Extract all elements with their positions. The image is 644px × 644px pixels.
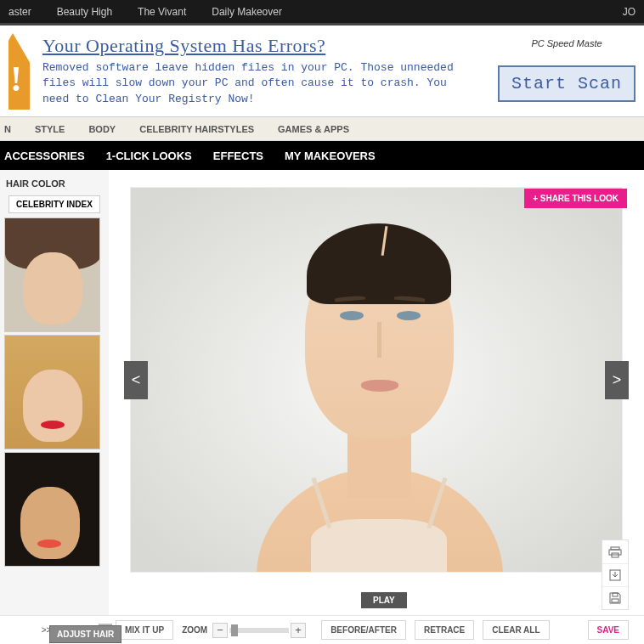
tab-effects[interactable]: EFFECTS: [213, 150, 263, 162]
nav-item-body[interactable]: BODY: [88, 124, 116, 134]
celebrity-index-button[interactable]: CELEBRITY INDEX: [8, 195, 100, 213]
ad-body: Removed software leave hidden files in y…: [42, 60, 467, 107]
svg-rect-4: [613, 593, 618, 596]
clear-all-button[interactable]: CLEAR ALL: [483, 620, 549, 640]
tool-icons: [602, 539, 629, 610]
canvas-area: < > + SHARE THIS LOOK PLAY: [109, 170, 644, 615]
nav-item-style[interactable]: STYLE: [35, 124, 65, 134]
nav-item[interactable]: N: [4, 124, 11, 134]
zoom-out-button[interactable]: −: [212, 623, 228, 638]
network-link-right[interactable]: JO: [623, 6, 636, 18]
celebrity-thumb[interactable]: [4, 452, 100, 567]
start-scan-button[interactable]: Start Scan: [498, 65, 636, 102]
warning-icon: !: [8, 33, 30, 110]
download-icon[interactable]: [602, 563, 628, 586]
ad-banner: ! Your Operating System Has Errors? Remo…: [0, 25, 644, 117]
adjust-hair-button[interactable]: ADJUST HAIR: [49, 625, 121, 643]
celebrity-thumb[interactable]: [4, 335, 100, 449]
retrace-button[interactable]: RETRACE: [415, 620, 474, 640]
network-link[interactable]: Daily Makeover: [212, 6, 282, 18]
zoom-label: ZOOM: [182, 625, 207, 635]
next-arrow[interactable]: >: [605, 361, 629, 399]
zoom-slider[interactable]: [229, 628, 289, 633]
tab-my-makeovers[interactable]: MY MAKEOVERS: [285, 150, 376, 162]
svg-rect-5: [612, 599, 619, 602]
before-after-button[interactable]: BEFORE/AFTER: [321, 620, 406, 640]
nav-item-celeb-hair[interactable]: CELEBRITY HAIRSTYLES: [139, 124, 254, 134]
network-topbar: aster Beauty High The Vivant Daily Makeo…: [0, 0, 644, 25]
network-link[interactable]: Beauty High: [57, 6, 112, 18]
nav-item-games[interactable]: GAMES & APPS: [278, 124, 349, 134]
sidebar-title: HAIR COLOR: [6, 178, 105, 189]
makeover-canvas[interactable]: [130, 187, 623, 573]
ad-brand: PC Speed Maste: [498, 38, 636, 48]
secondary-nav: ACCESSORIES 1-CLICK LOOKS EFFECTS MY MAK…: [0, 141, 644, 170]
tab-accessories[interactable]: ACCESSORIES: [4, 150, 85, 162]
mix-it-up-button[interactable]: MIX IT UP: [116, 620, 173, 640]
celebrity-thumb[interactable]: [4, 217, 100, 332]
print-icon[interactable]: [602, 540, 628, 563]
prev-arrow[interactable]: <: [124, 361, 148, 399]
play-button[interactable]: PLAY: [361, 592, 407, 608]
tab-1click-looks[interactable]: 1-CLICK LOOKS: [106, 150, 192, 162]
save-disk-icon[interactable]: [602, 586, 628, 609]
primary-nav: N STYLE BODY CELEBRITY HAIRSTYLES GAMES …: [0, 117, 644, 141]
zoom-in-button[interactable]: +: [291, 623, 306, 638]
share-this-look-button[interactable]: + SHARE THIS LOOK: [524, 189, 627, 208]
network-link[interactable]: The Vivant: [138, 6, 186, 18]
save-button[interactable]: SAVE: [588, 620, 630, 640]
sidebar: HAIR COLOR CELEBRITY INDEX: [0, 170, 109, 615]
network-link[interactable]: aster: [8, 6, 31, 18]
svg-rect-1: [609, 550, 621, 555]
